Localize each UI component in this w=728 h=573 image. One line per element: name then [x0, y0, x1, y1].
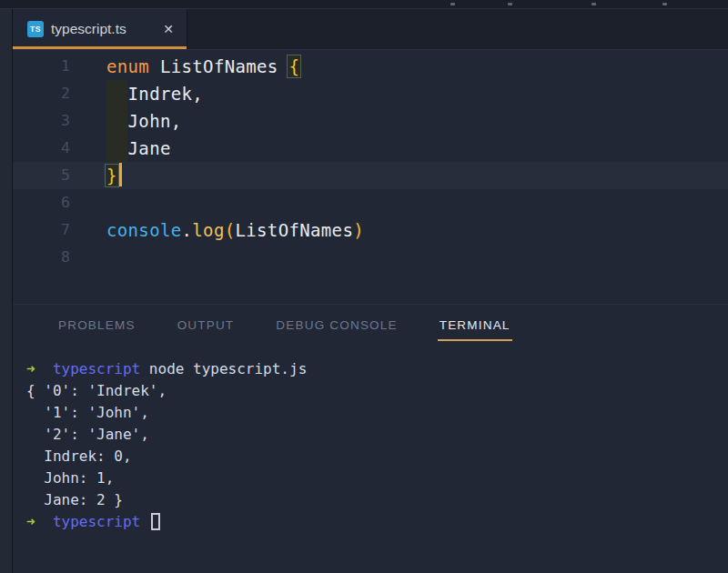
terminal-line: '1': 'John', — [26, 402, 728, 424]
editor-tab-bar: TS typescript.ts ✕ — [13, 9, 728, 50]
titlebar-text-fragment — [450, 3, 455, 5]
code-text: enum ListOfNames { — [106, 53, 299, 80]
titlebar-text-fragment — [662, 3, 667, 5]
terminal-line: ➜ typescript — [26, 511, 728, 533]
titlebar-strip — [0, 0, 728, 9]
terminal-line: John: 1, — [26, 467, 728, 489]
code-text: console.log(ListOfNames) — [106, 216, 364, 244]
panel-tab-problems[interactable]: PROBLEMS — [58, 317, 136, 334]
terminal-line: '2': 'Jane', — [26, 424, 728, 446]
terminal-cursor — [151, 513, 160, 530]
typescript-file-icon: TS — [27, 21, 44, 37]
panel-tab-output[interactable]: OUTPUT — [177, 317, 235, 334]
terminal-line: ➜ typescript node typescript.js — [26, 358, 728, 380]
code-line-3: 3 John, — [13, 107, 728, 135]
line-number: 4 — [13, 135, 70, 162]
code-line-4: 4 Jane — [13, 135, 728, 162]
line-number: 1 — [13, 53, 70, 80]
panel-tab-debug-console[interactable]: DEBUG CONSOLE — [276, 317, 397, 334]
terminal-line: { '0': 'Indrek', — [26, 380, 728, 402]
bottom-panel: PROBLEMSOUTPUTDEBUG CONSOLETERMINAL ➜ ty… — [13, 304, 728, 573]
code-line-7: 7console.log(ListOfNames) — [13, 216, 728, 244]
close-tab-icon[interactable]: ✕ — [159, 20, 177, 38]
tab-typescript-ts[interactable]: TS typescript.ts ✕ — [13, 9, 187, 49]
titlebar-text-fragment — [592, 3, 596, 5]
code-text: } — [106, 162, 122, 189]
vscode-window: TS typescript.ts ✕ 1enum ListOfNames {2 … — [0, 0, 728, 573]
line-number: 7 — [13, 216, 70, 244]
code-line-6: 6 — [13, 189, 728, 216]
prompt-arrow-icon: ➜ — [26, 360, 35, 377]
tab-label: typescript.ts — [51, 21, 159, 37]
line-number: 2 — [13, 80, 70, 107]
code-lines: 1enum ListOfNames {2 Indrek,3 John,4 Jan… — [13, 53, 728, 271]
panel-tab-terminal[interactable]: TERMINAL — [440, 317, 511, 334]
panel-tab-bar: PROBLEMSOUTPUTDEBUG CONSOLETERMINAL — [13, 305, 728, 343]
code-line-2: 2 Indrek, — [13, 80, 728, 107]
code-line-1: 1enum ListOfNames { — [13, 53, 728, 80]
terminal-line: Jane: 2 } — [26, 489, 728, 511]
line-number: 5 — [13, 162, 70, 189]
editor-and-panel: TS typescript.ts ✕ 1enum ListOfNames {2 … — [13, 9, 728, 573]
terminal-line: Indrek: 0, — [26, 446, 728, 467]
code-line-8: 8 — [13, 244, 728, 271]
code-line-5: 5} — [13, 162, 728, 189]
code-text: Jane — [106, 135, 171, 162]
code-text: Indrek, — [106, 80, 203, 107]
line-number: 3 — [13, 107, 70, 135]
workbench: TS typescript.ts ✕ 1enum ListOfNames {2 … — [0, 9, 728, 573]
code-editor[interactable]: 1enum ListOfNames {2 Indrek,3 John,4 Jan… — [13, 50, 728, 304]
prompt-arrow-icon: ➜ — [26, 513, 35, 530]
editor-cursor — [119, 163, 122, 186]
line-number: 6 — [13, 189, 70, 216]
terminal-output[interactable]: ➜ typescript node typescript.js{ '0': 'I… — [13, 343, 728, 573]
line-number: 8 — [13, 244, 70, 271]
sidebar-resize-sash[interactable] — [0, 9, 13, 573]
code-text: John, — [106, 107, 182, 135]
titlebar-text-fragment — [508, 3, 512, 5]
